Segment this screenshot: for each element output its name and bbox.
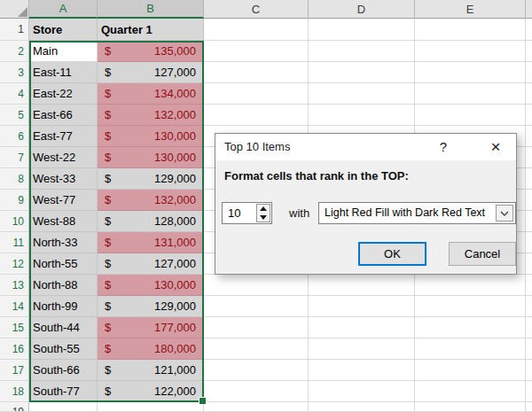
cell-sliver[interactable] xyxy=(526,296,532,317)
cell-sliver[interactable] xyxy=(526,317,532,338)
rank-count-value[interactable]: 10 xyxy=(228,203,240,223)
cell-sliver[interactable] xyxy=(526,147,532,168)
row-header-15[interactable]: 15 xyxy=(0,317,29,338)
cell-C[interactable] xyxy=(204,360,309,381)
cell-D[interactable] xyxy=(309,338,415,360)
cell-D[interactable] xyxy=(309,19,415,41)
cell-A19[interactable] xyxy=(29,402,98,412)
format-style-dropdown[interactable]: Light Red Fill with Dark Red Text xyxy=(318,202,516,224)
row-header-18[interactable]: 18 xyxy=(0,381,29,402)
row-header-13[interactable]: 13 xyxy=(0,275,29,296)
row-header-17[interactable]: 17 xyxy=(0,360,29,381)
cell-sliver[interactable] xyxy=(526,41,532,62)
cell-sliver[interactable] xyxy=(526,168,532,190)
cell-sliver[interactable] xyxy=(526,381,532,402)
cell-C[interactable] xyxy=(204,41,309,62)
cell-B18[interactable]: $122,000 xyxy=(98,381,204,402)
row-header-9[interactable]: 9 xyxy=(0,190,29,211)
cell-A11[interactable]: North-33 xyxy=(29,232,98,253)
row-header-7[interactable]: 7 xyxy=(0,147,29,168)
cell-E[interactable] xyxy=(415,105,526,126)
cell-D[interactable] xyxy=(309,275,415,296)
cell-B11[interactable]: $131,000 xyxy=(98,232,204,253)
cell-C[interactable] xyxy=(204,105,309,126)
cell-C[interactable] xyxy=(204,402,309,412)
cell-D[interactable] xyxy=(309,62,415,83)
cell-B17[interactable]: $121,000 xyxy=(98,360,204,381)
cell-A15[interactable]: South-44 xyxy=(29,317,98,338)
cancel-button[interactable]: Cancel xyxy=(449,242,516,266)
cell-A8[interactable]: West-33 xyxy=(29,168,98,190)
cell-sliver[interactable] xyxy=(526,232,532,253)
cell-sliver[interactable] xyxy=(526,338,532,360)
cell-E[interactable] xyxy=(415,275,526,296)
cell-A2[interactable]: Main xyxy=(29,41,98,62)
column-header-C[interactable]: C xyxy=(204,0,309,19)
cell-B8[interactable]: $129,000 xyxy=(98,168,204,190)
cell-B14[interactable]: $129,000 xyxy=(98,296,204,317)
row-header-1[interactable]: 1 xyxy=(0,19,29,41)
column-header-B[interactable]: B xyxy=(98,0,204,19)
column-header-E[interactable]: E xyxy=(415,0,526,19)
row-header-2[interactable]: 2 xyxy=(0,41,29,62)
cell-B9[interactable]: $132,000 xyxy=(98,190,204,211)
cell-D[interactable] xyxy=(309,381,415,402)
cell-sliver[interactable] xyxy=(526,402,532,412)
cell-C[interactable] xyxy=(204,296,309,317)
cell-E[interactable] xyxy=(415,338,526,360)
cell-sliver[interactable] xyxy=(526,83,532,105)
row-header-16[interactable]: 16 xyxy=(0,338,29,360)
cell-B15[interactable]: $177,000 xyxy=(98,317,204,338)
cell-sliver[interactable] xyxy=(526,126,532,147)
cell-C[interactable] xyxy=(204,275,309,296)
cell-E[interactable] xyxy=(415,83,526,105)
cell-A6[interactable]: East-77 xyxy=(29,126,98,147)
cell-sliver[interactable] xyxy=(526,211,532,232)
cell-A9[interactable]: West-77 xyxy=(29,190,98,211)
cell-B16[interactable]: $180,000 xyxy=(98,338,204,360)
cell-E[interactable] xyxy=(415,41,526,62)
cell-B5[interactable]: $132,000 xyxy=(98,105,204,126)
cell-B19[interactable] xyxy=(98,402,204,412)
cell-sliver[interactable] xyxy=(526,19,532,41)
column-header-D[interactable]: D xyxy=(309,0,415,19)
cell-A12[interactable]: North-55 xyxy=(29,253,98,275)
cell-B3[interactable]: $127,000 xyxy=(98,62,204,83)
cell-C[interactable] xyxy=(204,381,309,402)
cell-sliver[interactable] xyxy=(526,253,532,275)
row-header-11[interactable]: 11 xyxy=(0,232,29,253)
cell-sliver[interactable] xyxy=(526,105,532,126)
cell-B12[interactable]: $127,000 xyxy=(98,253,204,275)
dialog-titlebar[interactable]: Top 10 Items ? × xyxy=(215,134,516,160)
row-header-8[interactable]: 8 xyxy=(0,168,29,190)
dropdown-button[interactable] xyxy=(496,205,513,222)
cell-E[interactable] xyxy=(415,402,526,412)
cell-A3[interactable]: East-11 xyxy=(29,62,98,83)
cell-A4[interactable]: East-22 xyxy=(29,83,98,105)
cell-C[interactable] xyxy=(204,83,309,105)
cell-A10[interactable]: West-88 xyxy=(29,211,98,232)
cell-sliver[interactable] xyxy=(526,190,532,211)
cell-C[interactable] xyxy=(204,317,309,338)
cell-sliver[interactable] xyxy=(526,275,532,296)
cell-A7[interactable]: West-22 xyxy=(29,147,98,168)
cell-B7[interactable]: $130,000 xyxy=(98,147,204,168)
cell-B13[interactable]: $130,000 xyxy=(98,275,204,296)
cell-D[interactable] xyxy=(309,360,415,381)
spinner-up-button[interactable] xyxy=(257,205,270,214)
cell-D[interactable] xyxy=(309,83,415,105)
cell-A16[interactable]: South-55 xyxy=(29,338,98,360)
row-header-19[interactable]: 19 xyxy=(0,402,29,412)
cell-E[interactable] xyxy=(415,381,526,402)
cell-C[interactable] xyxy=(204,338,309,360)
cell-A18[interactable]: South-77 xyxy=(29,381,98,402)
row-header-4[interactable]: 4 xyxy=(0,83,29,105)
row-header-12[interactable]: 12 xyxy=(0,253,29,275)
cell-E[interactable] xyxy=(415,317,526,338)
cell-A13[interactable]: North-88 xyxy=(29,275,98,296)
cell-D[interactable] xyxy=(309,296,415,317)
cell-E[interactable] xyxy=(415,296,526,317)
cell-A5[interactable]: East-66 xyxy=(29,105,98,126)
cell-B6[interactable]: $130,000 xyxy=(98,126,204,147)
cell-D[interactable] xyxy=(309,402,415,412)
